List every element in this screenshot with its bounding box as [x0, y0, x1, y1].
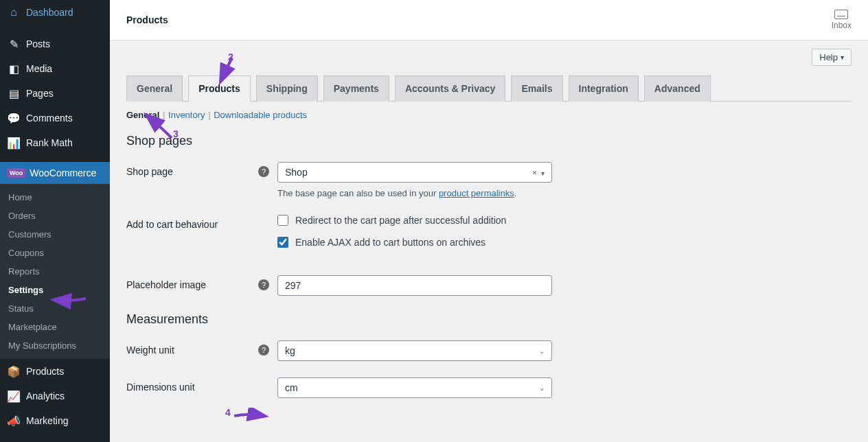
- admin-sidebar: ⌂Dashboard ✎Posts ◧Media ▤Pages 💬Comment…: [0, 0, 110, 442]
- dashboard-icon: ⌂: [7, 5, 21, 19]
- pin-icon: ✎: [7, 37, 21, 51]
- shop-page-hint: The base page can also be used in your p…: [277, 188, 566, 198]
- submenu-home[interactable]: Home: [0, 188, 110, 207]
- heading-shop-pages: Shop pages: [126, 134, 852, 148]
- menu-marketing[interactable]: 📣Marketing: [0, 408, 110, 433]
- submenu-subscriptions[interactable]: My Subscriptions: [0, 336, 110, 355]
- menu-analytics[interactable]: 📈Analytics: [0, 384, 110, 408]
- submenu-status[interactable]: Status: [0, 299, 110, 318]
- shop-page-select[interactable]: Shop ×▾: [277, 162, 552, 183]
- menu-woocommerce[interactable]: WooWooCommerce: [0, 162, 110, 184]
- topbar: Products Inbox: [110, 0, 868, 40]
- checkbox-ajax-cart[interactable]: [277, 237, 288, 248]
- heading-measurements: Measurements: [126, 312, 852, 327]
- permalinks-link[interactable]: product permalinks: [439, 188, 514, 198]
- products-icon: 📦: [7, 364, 21, 378]
- menu-comments[interactable]: 💬Comments: [0, 106, 110, 130]
- comment-icon: 💬: [7, 111, 21, 125]
- chevron-down-icon: ▾: [541, 170, 545, 177]
- submenu-customers[interactable]: Customers: [0, 225, 110, 244]
- menu-posts[interactable]: ✎Posts: [0, 32, 110, 56]
- help-tip-icon[interactable]: ?: [258, 166, 269, 177]
- checkbox-redirect-cart[interactable]: [277, 215, 288, 226]
- analytics-icon: 📈: [7, 389, 21, 403]
- page-title: Products: [126, 14, 168, 25]
- label-dimensions-unit: Dimensions unit: [126, 382, 195, 393]
- tab-integration[interactable]: Integration: [569, 75, 639, 102]
- submenu-reports[interactable]: Reports: [0, 262, 110, 281]
- settings-tabs: General Products Shipping Payments Accou…: [126, 75, 852, 102]
- help-button[interactable]: Help: [812, 49, 852, 66]
- tab-advanced[interactable]: Advanced: [644, 75, 711, 102]
- label-add-to-cart: Add to cart behaviour: [126, 219, 218, 230]
- woo-icon: Woo: [7, 168, 25, 178]
- inbox-icon: [834, 10, 848, 19]
- subnav-downloadable[interactable]: Downloadable products: [214, 110, 307, 120]
- tab-products[interactable]: Products: [188, 75, 251, 102]
- label-shop-page: Shop page: [126, 166, 173, 177]
- tab-accounts[interactable]: Accounts & Privacy: [395, 75, 506, 102]
- menu-pages[interactable]: ▤Pages: [0, 81, 110, 106]
- tab-general[interactable]: General: [126, 75, 183, 102]
- help-tip-icon[interactable]: ?: [258, 279, 269, 290]
- subnav-general[interactable]: General: [126, 110, 159, 120]
- media-icon: ◧: [7, 62, 21, 75]
- clear-icon[interactable]: ×: [532, 168, 537, 178]
- label-placeholder-image: Placeholder image: [126, 279, 206, 290]
- page-icon: ▤: [7, 86, 21, 100]
- section-subnav: General | Inventory | Downloadable produ…: [126, 102, 852, 128]
- subnav-inventory[interactable]: Inventory: [168, 110, 205, 120]
- chart-icon: 📊: [7, 136, 21, 150]
- woo-submenu: Home Orders Customers Coupons Reports Se…: [0, 184, 110, 359]
- weight-unit-select[interactable]: kg⌄: [277, 340, 552, 361]
- annotation-arrow-4: [231, 408, 272, 428]
- submenu-marketplace[interactable]: Marketplace: [0, 318, 110, 336]
- submenu-coupons[interactable]: Coupons: [0, 244, 110, 262]
- dimensions-unit-select[interactable]: cm⌄: [277, 377, 552, 398]
- tab-emails[interactable]: Emails: [511, 75, 562, 102]
- inbox-button[interactable]: Inbox: [832, 10, 852, 30]
- chevron-down-icon: ⌄: [539, 347, 545, 355]
- menu-products[interactable]: 📦Products: [0, 359, 110, 384]
- menu-dashboard[interactable]: ⌂Dashboard: [0, 0, 110, 25]
- submenu-settings[interactable]: Settings: [0, 281, 110, 299]
- menu-rankmath[interactable]: 📊Rank Math: [0, 130, 110, 155]
- menu-media[interactable]: ◧Media: [0, 56, 110, 81]
- annotation-2: 2: [228, 51, 233, 62]
- marketing-icon: 📣: [7, 414, 21, 428]
- placeholder-image-input[interactable]: [277, 275, 552, 296]
- tab-payments[interactable]: Payments: [323, 75, 389, 102]
- label-weight-unit: Weight unit: [126, 345, 174, 356]
- submenu-orders[interactable]: Orders: [0, 207, 110, 225]
- annotation-4: 4: [225, 407, 231, 418]
- help-tip-icon[interactable]: ?: [258, 345, 269, 356]
- tab-shipping[interactable]: Shipping: [256, 75, 318, 102]
- chevron-down-icon: ⌄: [539, 384, 545, 392]
